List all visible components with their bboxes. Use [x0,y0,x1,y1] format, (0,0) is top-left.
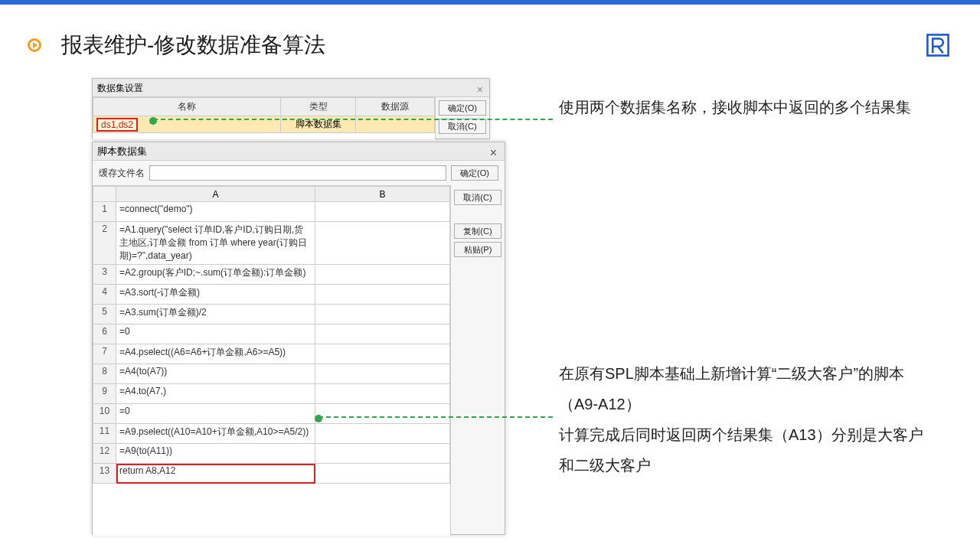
row-number: 7 [93,344,116,364]
dot-icon [315,415,322,422]
row-number: 10 [93,404,116,424]
cell-a[interactable]: return A8,A12 [116,464,315,484]
cell-a[interactable]: =A9.pselect((A10=A10+订单金额,A10>=A5/2)) [116,424,315,444]
cell-b[interactable] [315,202,450,222]
corner-cell [93,187,116,202]
cell-a[interactable]: =A4.pselect((A6=A6+订单金额,A6>=A5)) [116,344,315,364]
row-number: 13 [93,464,116,484]
cell-a[interactable]: =A3.sum(订单金额)/2 [116,305,315,324]
row-number: 4 [93,285,116,305]
script-grid[interactable]: A B 1=connect("demo")2=A1.query("select … [93,185,451,536]
col-header-a[interactable]: A [116,187,315,202]
cancel-button[interactable]: 取消(C) [454,190,501,205]
brand-logo-icon [925,32,951,58]
dataset-settings-title-text: 数据集设置 [97,83,143,93]
script-dataset-titlebar[interactable]: 脚本数据集 × [93,142,505,161]
script-row[interactable]: 8=A4(to(A7)) [93,364,450,384]
row-number: 5 [93,305,116,324]
dot-icon [149,117,157,125]
col-header-type[interactable]: 类型 [281,98,356,116]
dataset-settings-dialog: 数据集设置 × 名称 类型 数据源 ds1,ds2 脚本数据集 确定(O) 取消… [92,78,490,139]
cell-b[interactable] [315,285,450,305]
ok-button[interactable]: 确定(O) [439,100,486,116]
row-number: 6 [93,324,116,344]
explanation-1: 使用两个数据集名称，接收脚本中返回的多个结果集 [559,92,934,122]
script-row[interactable]: 5=A3.sum(订单金额)/2 [93,305,450,324]
cell-b[interactable] [315,464,450,484]
cell-b[interactable] [315,364,450,384]
row-number: 8 [93,364,116,384]
row-number: 12 [93,444,116,464]
row-number: 3 [93,265,116,285]
cell-a[interactable]: =connect("demo") [116,202,315,222]
script-row[interactable]: 13return A8,A12 [93,464,450,484]
script-row[interactable]: 4=A3.sort(-订单金额) [93,285,450,305]
row-number: 1 [93,202,116,222]
row-number: 2 [93,222,116,265]
dataset-name-cell[interactable]: ds1,ds2 [96,118,138,132]
ok-button[interactable]: 确定(O) [451,165,498,181]
explanation-2b: 计算完成后同时返回两个结果集（A13）分别是大客户和二级大客户 [559,419,934,481]
cell-b[interactable] [315,324,450,344]
cell-a[interactable]: =A1.query("select 订单ID,客户ID,订购日期,货主地区,订单… [116,222,315,265]
script-row[interactable]: 2=A1.query("select 订单ID,客户ID,订购日期,货主地区,订… [93,222,450,265]
close-icon[interactable]: × [477,80,483,99]
copy-button[interactable]: 复制(C) [454,223,501,239]
cell-b[interactable] [315,384,450,404]
row-number: 11 [93,424,116,444]
script-row[interactable]: 11=A9.pselect((A10=A10+订单金额,A10>=A5/2)) [93,424,450,444]
script-row[interactable]: 1=connect("demo") [93,202,450,222]
cell-a[interactable]: =A9(to(A11)) [116,444,315,464]
bullet-play-icon [28,38,41,52]
slide-title: 报表维护-修改数据准备算法 [61,31,325,60]
cell-a[interactable]: =A4.to(A7,) [116,384,315,404]
cell-b[interactable] [315,222,450,265]
script-row[interactable]: 10=0 [93,404,450,424]
script-dataset-title-text: 脚本数据集 [97,145,147,157]
cell-b[interactable] [315,444,450,464]
row-number: 9 [93,384,116,404]
script-row[interactable]: 12=A9(to(A11)) [93,444,450,464]
close-icon[interactable]: × [490,144,497,162]
paste-button[interactable]: 粘贴(P) [454,242,501,257]
col-header-b[interactable]: B [315,187,450,202]
cell-a[interactable]: =0 [116,404,315,424]
explanation-2a: 在原有SPL脚本基础上新增计算“二级大客户”的脚本（A9-A12） [559,358,934,419]
slide-top-accent [0,0,980,5]
script-dataset-dialog: 脚本数据集 × 缓存文件名 确定(O) A B 1=connect("demo"… [92,142,505,535]
cell-b[interactable] [315,424,450,444]
cancel-button[interactable]: 取消(C) [439,119,486,134]
cell-b[interactable] [315,404,450,424]
connector-line-1 [153,119,553,120]
cell-b[interactable] [315,265,450,285]
cache-file-input[interactable] [149,165,446,181]
cell-a[interactable]: =A2.group(客户ID;~.sum(订单金额):订单金额) [116,265,315,285]
cell-a[interactable]: =0 [116,324,315,344]
explanation-2: 在原有SPL脚本基础上新增计算“二级大客户”的脚本（A9-A12） 计算完成后同… [559,358,934,481]
script-row[interactable]: 9=A4.to(A7,) [93,384,450,404]
cell-b[interactable] [315,344,450,364]
cell-a[interactable]: =A3.sort(-订单金额) [116,285,315,305]
connector-line-2 [318,416,553,418]
cache-file-label: 缓存文件名 [99,167,145,180]
dataset-settings-titlebar[interactable]: 数据集设置 × [93,79,489,97]
script-row[interactable]: 6=0 [93,324,450,344]
script-row[interactable]: 3=A2.group(客户ID;~.sum(订单金额):订单金额) [93,265,450,285]
script-row[interactable]: 7=A4.pselect((A6=A6+订单金额,A6>=A5)) [93,344,450,364]
cell-a[interactable]: =A4(to(A7)) [116,364,315,384]
cell-b[interactable] [315,305,450,324]
col-header-name[interactable]: 名称 [93,98,281,116]
col-header-ds[interactable]: 数据源 [356,98,435,116]
